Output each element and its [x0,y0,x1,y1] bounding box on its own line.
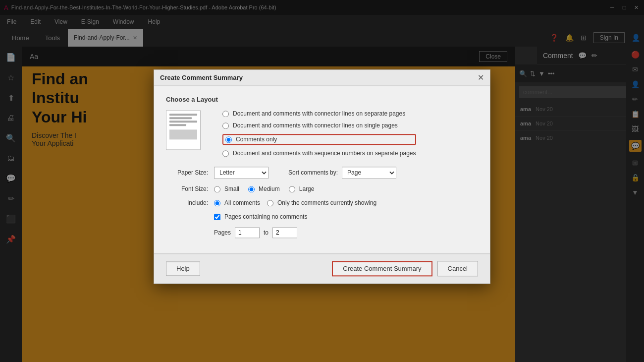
layout-preview-image [166,110,201,150]
pages-label: Pages [214,229,231,236]
font-small-radio[interactable] [214,186,220,192]
pages-from-input[interactable] [235,227,260,238]
dialog-title-bar: Create Comment Summary ✕ [154,70,490,86]
sort-label: Sort comments by: [288,169,338,176]
dialog-footer: Help Create Comment Summary Cancel [154,253,490,283]
layout-radio-4[interactable] [222,150,229,157]
cancel-button[interactable]: Cancel [437,261,478,276]
dialog-title: Create Comment Summary [160,74,243,81]
sort-row: Sort comments by: Page Author Date [288,167,396,179]
include-current-radio[interactable] [267,200,273,206]
no-comments-row: Pages containing no comments [214,213,478,220]
paper-size-row: Paper Size: Letter A4 Legal [166,167,268,179]
dialog-close-button[interactable]: ✕ [478,73,484,82]
section-label: Choose a Layout [166,96,478,103]
paper-size-select[interactable]: Letter A4 Legal [214,167,268,179]
create-comment-summary-dialog: Create Comment Summary ✕ Choose a Layout [154,69,490,284]
preview-line-2 [169,117,192,119]
include-all-option[interactable]: All comments [214,199,260,206]
pages-row: Pages to [214,227,478,238]
layout-option-4[interactable]: Document and comments with sequence numb… [222,150,416,157]
layout-radio-options: Document and comments with connector lin… [222,110,416,157]
help-button[interactable]: Help [166,261,200,276]
include-current-option[interactable]: Only the comments currently showing [267,199,376,206]
preview-line-3 [169,121,197,122]
layout-section: Document and comments with connector lin… [166,110,478,157]
include-options: All comments Only the comments currently… [214,199,376,206]
layout-option-2[interactable]: Document and comments with connector lin… [222,122,416,129]
no-comments-label: Pages containing no comments [224,213,307,220]
font-large-radio[interactable] [289,186,295,192]
font-medium-option[interactable]: Medium [248,185,280,192]
no-comments-checkbox[interactable] [214,214,220,220]
preview-line-1 [169,114,197,116]
include-all-radio[interactable] [214,200,220,206]
fontsize-options: Small Medium Large [214,185,314,192]
include-label: Include: [166,199,208,206]
layout-option-1[interactable]: Document and comments with connector lin… [222,110,416,117]
paper-sort-row: Paper Size: Letter A4 Legal Sort comment… [166,167,478,179]
layout-radio-2[interactable] [222,122,229,129]
layout-radio-3[interactable] [225,136,232,143]
font-medium-radio[interactable] [248,186,255,192]
footer-right-buttons: Create Comment Summary Cancel [332,261,478,276]
preview-gray-box [169,129,197,139]
pages-to-input[interactable] [272,227,297,238]
font-size-label: Font Size: [166,185,208,192]
pages-to-label: to [264,229,268,236]
layout-preview [166,110,211,157]
font-small-option[interactable]: Small [214,185,239,192]
layout-option-3-selected[interactable]: Comments only [222,134,416,145]
create-comment-summary-button[interactable]: Create Comment Summary [332,261,432,276]
font-size-row: Font Size: Small Medium Large [166,185,478,192]
dialog-body: Choose a Layout Document and comments wi… [154,86,490,253]
layout-radio-1[interactable] [222,111,229,117]
include-row: Include: All comments Only the comments … [166,199,478,206]
paper-size-label: Paper Size: [166,169,208,176]
font-large-option[interactable]: Large [289,185,315,192]
sort-select[interactable]: Page Author Date [342,167,396,179]
preview-line-4 [169,124,186,126]
